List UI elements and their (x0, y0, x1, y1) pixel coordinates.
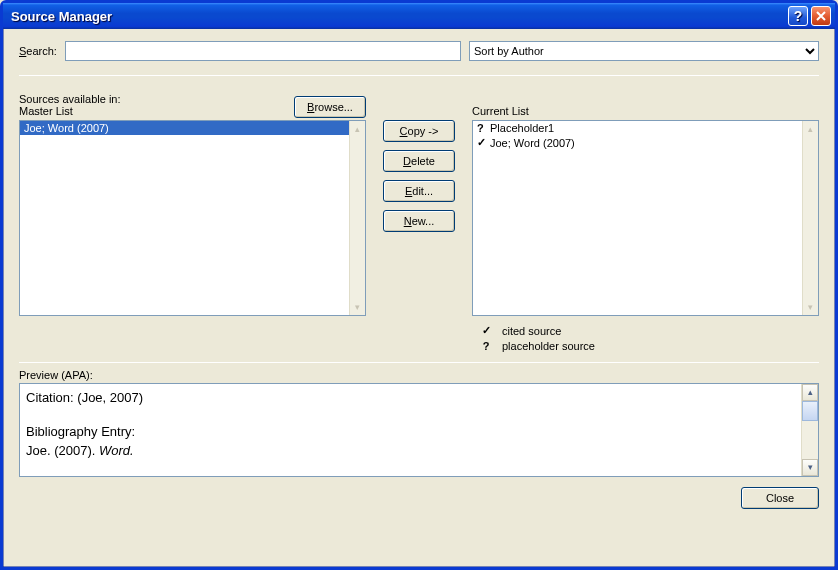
scrollbar[interactable]: ▴ ▾ (349, 121, 365, 315)
master-listbox[interactable]: Joe; Word (2007) ▴ ▾ (19, 120, 366, 316)
scroll-up-icon: ▴ (802, 384, 818, 401)
bibliography-label: Bibliography Entry: (26, 422, 796, 442)
check-icon: ✓ (480, 324, 492, 337)
delete-button[interactable]: Delete (383, 150, 455, 172)
citation-label: Citation: (26, 390, 77, 405)
search-input[interactable] (65, 41, 461, 61)
sources-available-label: Sources available in: (19, 93, 121, 105)
search-label: Search: (19, 45, 57, 57)
citation-value: (Joe, 2007) (77, 390, 143, 405)
help-button[interactable]: ? (788, 6, 808, 26)
list-item[interactable]: ✓ Joe; Word (2007) (473, 135, 818, 150)
scroll-thumb[interactable] (802, 401, 818, 421)
source-manager-dialog: Source Manager ? Search: Sort by Author … (0, 0, 838, 570)
divider (19, 75, 819, 76)
scroll-down-icon: ▾ (803, 299, 818, 315)
scroll-down-icon: ▾ (802, 459, 818, 476)
new-button[interactable]: New... (383, 210, 455, 232)
divider (19, 362, 819, 363)
edit-button[interactable]: Edit... (383, 180, 455, 202)
list-item[interactable]: ? Placeholder1 (473, 121, 818, 135)
scrollbar[interactable]: ▴ ▾ (802, 121, 818, 315)
list-item[interactable]: Joe; Word (2007) (20, 121, 365, 135)
action-buttons: Copy -> Delete Edit... New... (380, 88, 458, 352)
search-row: Search: Sort by Author (19, 41, 819, 61)
sort-select[interactable]: Sort by Author (469, 41, 819, 61)
copy-button[interactable]: Copy -> (383, 120, 455, 142)
legend-placeholder: placeholder source (502, 340, 595, 352)
master-list-label: Master List (19, 105, 121, 117)
close-icon (816, 11, 826, 21)
current-listbox[interactable]: ? Placeholder1 ✓ Joe; Word (2007) ▴ ▾ (472, 120, 819, 316)
scroll-down-icon: ▾ (350, 299, 365, 315)
check-icon: ✓ (477, 136, 487, 149)
title-bar: Source Manager ? (3, 3, 835, 29)
question-icon: ? (477, 122, 487, 134)
legend-cited: cited source (502, 325, 561, 337)
window-title: Source Manager (11, 9, 788, 24)
bibliography-entry: Joe. (2007). Word. (26, 441, 796, 461)
browse-button[interactable]: Browse... (294, 96, 366, 118)
legend: ✓ cited source ? placeholder source (472, 324, 819, 352)
current-list-label: Current List (472, 105, 529, 117)
scrollbar[interactable]: ▴ ▾ (801, 384, 818, 476)
preview-label: Preview (APA): (19, 369, 819, 381)
preview-box: Citation: (Joe, 2007) Bibliography Entry… (19, 383, 819, 477)
close-window-button[interactable] (811, 6, 831, 26)
scroll-up-icon: ▴ (350, 121, 365, 137)
question-icon: ? (480, 340, 492, 352)
close-button[interactable]: Close (741, 487, 819, 509)
scroll-up-icon: ▴ (803, 121, 818, 137)
